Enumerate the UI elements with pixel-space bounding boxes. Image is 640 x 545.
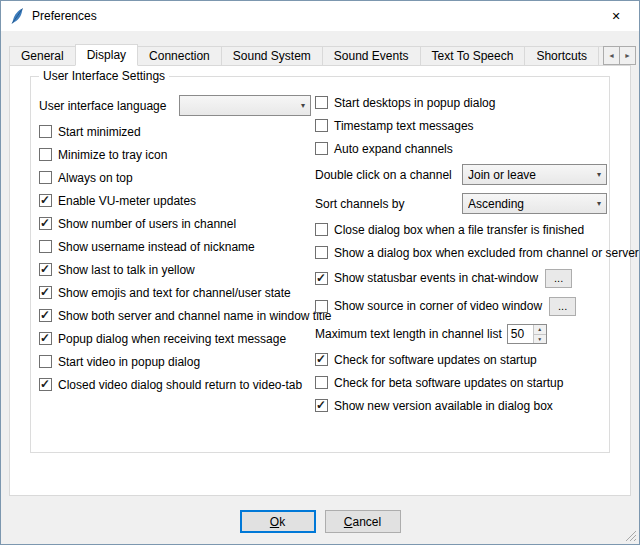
- checkbox-label: Start desktops in popup dialog: [334, 96, 495, 110]
- spin-up-button[interactable]: ▲: [534, 325, 546, 335]
- combo-value: Ascending: [468, 197, 524, 211]
- checkbox-label: Start minimized: [58, 125, 141, 139]
- tab-scroll-left-button[interactable]: ◄: [603, 46, 620, 65]
- close-button[interactable]: ✕: [593, 1, 639, 31]
- checkbox-icon[interactable]: [315, 300, 328, 313]
- spin-down-button[interactable]: ▼: [534, 335, 546, 344]
- checkbox-new-version-dialog[interactable]: Show new version available in dialog box: [315, 398, 607, 413]
- max-text-length-label: Maximum text length in channel list: [315, 327, 502, 341]
- checkbox-label: Check for software updates on startup: [334, 353, 537, 367]
- tab-scroll-right-button[interactable]: ►: [619, 46, 636, 65]
- checkbox-show-user-count[interactable]: Show number of users in channel: [39, 216, 311, 231]
- tab-connection[interactable]: Connection: [137, 46, 222, 66]
- tab-sound-events[interactable]: Sound Events: [322, 46, 421, 66]
- tab-general[interactable]: General: [9, 46, 76, 66]
- sort-channels-row: Sort channels by Ascending ▾: [315, 193, 607, 214]
- checkbox-label: Enable VU-meter updates: [58, 194, 196, 208]
- chevron-down-icon: ▾: [597, 170, 601, 179]
- checkbox-icon: [39, 240, 52, 253]
- tab-bar: General Display Connection Sound System …: [9, 44, 607, 66]
- checkbox-icon: [315, 119, 328, 132]
- checkbox-label: Closed video dialog should return to vid…: [58, 378, 302, 392]
- chevron-down-icon: ▾: [597, 199, 601, 208]
- user-interface-settings-group: User Interface Settings User interface l…: [30, 76, 610, 453]
- checkbox-server-channel-in-title[interactable]: Show both server and channel name in win…: [39, 308, 311, 323]
- arrow-up-icon: ▲: [537, 326, 542, 332]
- checkbox-label: Close dialog box when a file transfer is…: [334, 223, 584, 237]
- checkbox-icon: [39, 194, 52, 207]
- language-combobox[interactable]: ▾: [179, 95, 311, 116]
- combo-value: Join or leave: [468, 168, 536, 182]
- double-click-row: Double click on a channel Join or leave …: [315, 164, 607, 185]
- checkbox-close-filetransfer-dialog[interactable]: Close dialog box when a file transfer is…: [315, 222, 607, 237]
- window-title: Preferences: [32, 9, 97, 23]
- tab-sound-system[interactable]: Sound System: [221, 46, 323, 66]
- tab-display[interactable]: Display: [75, 44, 138, 66]
- checkbox-icon: [39, 332, 52, 345]
- checkbox-label: Show source in corner of video window: [334, 299, 542, 313]
- preferences-window: Preferences ✕ General Display Connection…: [0, 0, 640, 545]
- checkbox-icon: [39, 171, 52, 184]
- checkbox-last-to-talk-yellow[interactable]: Show last to talk in yellow: [39, 262, 311, 277]
- spinner-buttons: ▲ ▼: [533, 325, 546, 343]
- checkbox-label: Auto expand channels: [334, 142, 453, 156]
- double-click-combobox[interactable]: Join or leave ▾: [462, 164, 607, 185]
- checkbox-start-video-popup[interactable]: Start video in popup dialog: [39, 354, 311, 369]
- checkbox-timestamp-messages[interactable]: Timestamp text messages: [315, 118, 607, 133]
- checkbox-start-desktops-popup[interactable]: Start desktops in popup dialog: [315, 95, 607, 110]
- checkbox-label: Show emojis and text for channel/user st…: [58, 286, 291, 300]
- checkbox-minimize-to-tray[interactable]: Minimize to tray icon: [39, 147, 311, 162]
- arrow-down-icon: ▼: [537, 336, 542, 342]
- checkbox-vu-meter-updates[interactable]: Enable VU-meter updates: [39, 193, 311, 208]
- checkbox-beta-updates[interactable]: Check for beta software updates on start…: [315, 375, 607, 390]
- checkbox-label: Timestamp text messages: [334, 119, 474, 133]
- statusbar-events-row: Show statusbar events in chat-window ...: [315, 268, 607, 288]
- checkbox-excluded-dialog[interactable]: Show a dialog box when excluded from cha…: [315, 245, 607, 260]
- checkbox-software-updates[interactable]: Check for software updates on startup: [315, 352, 607, 367]
- group-title: User Interface Settings: [39, 69, 169, 83]
- checkbox-label: Start video in popup dialog: [58, 355, 200, 369]
- checkbox-icon: [315, 223, 328, 236]
- arrow-left-icon: ◄: [608, 52, 615, 59]
- language-row: User interface language ▾: [39, 95, 311, 116]
- checkbox-label: Show both server and channel name in win…: [58, 309, 332, 323]
- ok-button[interactable]: Ok: [240, 510, 316, 533]
- checkbox-label: Show username instead of nickname: [58, 240, 255, 254]
- checkbox-video-return-tab[interactable]: Closed video dialog should return to vid…: [39, 377, 311, 392]
- tab-text-to-speech[interactable]: Text To Speech: [420, 46, 526, 66]
- checkbox-start-minimized[interactable]: Start minimized: [39, 124, 311, 139]
- close-icon: ✕: [611, 10, 620, 23]
- statusbar-events-browse-button[interactable]: ...: [545, 269, 572, 288]
- arrow-right-icon: ►: [624, 52, 631, 59]
- resize-grip[interactable]: [624, 529, 637, 542]
- checkbox-icon: [39, 148, 52, 161]
- checkbox-icon: [315, 399, 328, 412]
- checkbox-label: Always on top: [58, 171, 133, 185]
- checkbox-icon: [315, 376, 328, 389]
- checkbox-show-username[interactable]: Show username instead of nickname: [39, 239, 311, 254]
- checkbox-icon: [315, 142, 328, 155]
- sort-channels-combobox[interactable]: Ascending ▾: [462, 193, 607, 214]
- checkbox-popup-text-message[interactable]: Popup dialog when receiving text message: [39, 331, 311, 346]
- checkbox-show-emojis[interactable]: Show emojis and text for channel/user st…: [39, 285, 311, 300]
- checkbox-icon: [39, 309, 52, 322]
- video-source-row: Show source in corner of video window ..…: [315, 296, 607, 316]
- tab-shortcuts[interactable]: Shortcuts: [524, 46, 599, 66]
- checkbox-label: Show number of users in channel: [58, 217, 236, 231]
- checkbox-label: Show statusbar events in chat-window: [334, 271, 538, 285]
- checkbox-always-on-top[interactable]: Always on top: [39, 170, 311, 185]
- checkbox-icon: [39, 217, 52, 230]
- checkbox-label: Show last to talk in yellow: [58, 263, 195, 277]
- spinner-value: 50: [508, 325, 533, 343]
- tab-page-display: User Interface Settings User interface l…: [9, 65, 631, 496]
- checkbox-auto-expand-channels[interactable]: Auto expand channels: [315, 141, 607, 156]
- checkbox-icon: [39, 378, 52, 391]
- video-source-browse-button[interactable]: ...: [549, 297, 576, 316]
- cancel-button[interactable]: Cancel: [325, 510, 401, 533]
- checkbox-label: Show a dialog box when excluded from cha…: [334, 246, 639, 260]
- checkbox-label: Popup dialog when receiving text message: [58, 332, 286, 346]
- right-column: Start desktops in popup dialog Timestamp…: [315, 95, 607, 413]
- language-label: User interface language: [39, 99, 166, 113]
- max-text-length-spinner[interactable]: 50 ▲ ▼: [507, 324, 547, 344]
- checkbox-icon[interactable]: [315, 272, 328, 285]
